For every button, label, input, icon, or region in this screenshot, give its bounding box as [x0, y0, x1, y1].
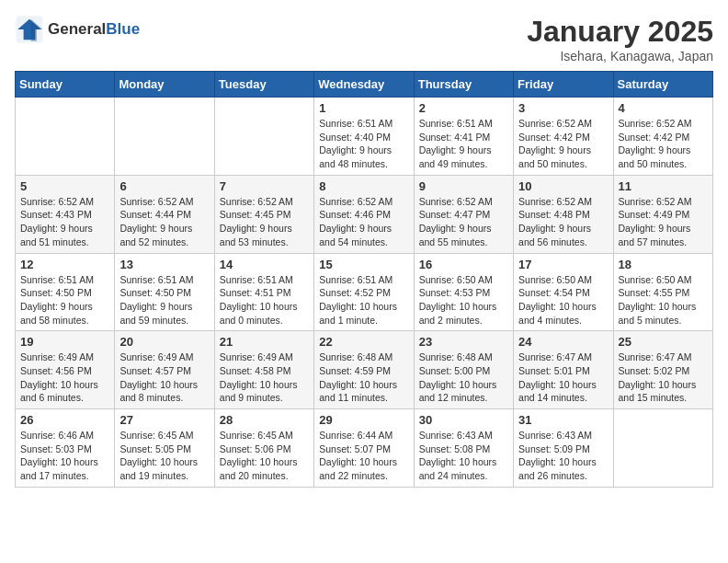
calendar-week-row: 12Sunrise: 6:51 AM Sunset: 4:50 PM Dayli…	[16, 253, 713, 331]
table-row: 21Sunrise: 6:49 AM Sunset: 4:58 PM Dayli…	[214, 331, 313, 409]
table-row: 7Sunrise: 6:52 AM Sunset: 4:45 PM Daylig…	[214, 175, 313, 253]
col-sunday: Sunday	[16, 72, 115, 98]
calendar-week-row: 5Sunrise: 6:52 AM Sunset: 4:43 PM Daylig…	[16, 175, 713, 253]
calendar-title: January 2025	[527, 15, 713, 49]
day-info: Sunrise: 6:50 AM Sunset: 4:54 PM Dayligh…	[518, 273, 608, 327]
logo-text: GeneralBlue	[48, 20, 140, 39]
table-row: 30Sunrise: 6:43 AM Sunset: 5:08 PM Dayli…	[414, 409, 513, 488]
table-row: 23Sunrise: 6:48 AM Sunset: 5:00 PM Dayli…	[414, 331, 513, 409]
table-row: 24Sunrise: 6:47 AM Sunset: 5:01 PM Dayli…	[514, 331, 613, 409]
table-row: 10Sunrise: 6:52 AM Sunset: 4:48 PM Dayli…	[514, 175, 613, 253]
table-row: 22Sunrise: 6:48 AM Sunset: 4:59 PM Dayli…	[314, 331, 414, 409]
day-info: Sunrise: 6:52 AM Sunset: 4:49 PM Dayligh…	[619, 195, 708, 249]
day-number: 24	[518, 335, 608, 349]
day-info: Sunrise: 6:44 AM Sunset: 5:07 PM Dayligh…	[319, 429, 408, 483]
title-block: January 2025 Isehara, Kanagawa, Japan	[527, 15, 713, 63]
table-row	[613, 409, 712, 488]
table-row: 3Sunrise: 6:52 AM Sunset: 4:42 PM Daylig…	[514, 98, 613, 176]
day-number: 30	[419, 413, 508, 427]
table-row	[16, 98, 115, 176]
day-info: Sunrise: 6:52 AM Sunset: 4:48 PM Dayligh…	[518, 195, 608, 249]
day-info: Sunrise: 6:49 AM Sunset: 4:57 PM Dayligh…	[119, 350, 209, 405]
table-row: 4Sunrise: 6:52 AM Sunset: 4:42 PM Daylig…	[613, 98, 712, 176]
col-wednesday: Wednesday	[314, 72, 414, 98]
day-number: 9	[419, 179, 508, 193]
table-row: 26Sunrise: 6:46 AM Sunset: 5:03 PM Dayli…	[16, 409, 115, 488]
day-number: 21	[220, 335, 309, 349]
table-row	[115, 98, 214, 176]
day-info: Sunrise: 6:51 AM Sunset: 4:50 PM Dayligh…	[20, 273, 109, 327]
day-number: 14	[220, 258, 309, 271]
day-number: 18	[619, 258, 708, 271]
day-number: 13	[119, 258, 209, 271]
day-info: Sunrise: 6:45 AM Sunset: 5:06 PM Dayligh…	[220, 429, 309, 483]
table-row: 20Sunrise: 6:49 AM Sunset: 4:57 PM Dayli…	[115, 331, 214, 409]
table-row: 15Sunrise: 6:51 AM Sunset: 4:52 PM Dayli…	[314, 253, 414, 331]
day-info: Sunrise: 6:47 AM Sunset: 5:02 PM Dayligh…	[619, 350, 708, 405]
table-row: 17Sunrise: 6:50 AM Sunset: 4:54 PM Dayli…	[514, 253, 613, 331]
day-info: Sunrise: 6:49 AM Sunset: 4:56 PM Dayligh…	[20, 350, 109, 405]
day-info: Sunrise: 6:52 AM Sunset: 4:45 PM Dayligh…	[220, 195, 309, 249]
table-row: 18Sunrise: 6:50 AM Sunset: 4:55 PM Dayli…	[613, 253, 712, 331]
calendar-table: Sunday Monday Tuesday Wednesday Thursday…	[15, 71, 713, 488]
day-number: 16	[419, 258, 508, 271]
table-row: 14Sunrise: 6:51 AM Sunset: 4:51 PM Dayli…	[214, 253, 313, 331]
day-number: 4	[619, 101, 708, 115]
table-row: 28Sunrise: 6:45 AM Sunset: 5:06 PM Dayli…	[214, 409, 313, 488]
col-tuesday: Tuesday	[214, 72, 313, 98]
table-row: 1Sunrise: 6:51 AM Sunset: 4:40 PM Daylig…	[314, 98, 414, 176]
table-row: 12Sunrise: 6:51 AM Sunset: 4:50 PM Dayli…	[16, 253, 115, 331]
day-number: 10	[518, 179, 608, 193]
day-info: Sunrise: 6:51 AM Sunset: 4:41 PM Dayligh…	[419, 117, 508, 171]
day-info: Sunrise: 6:51 AM Sunset: 4:40 PM Dayligh…	[319, 117, 408, 171]
day-number: 25	[619, 335, 708, 349]
day-number: 1	[319, 101, 408, 115]
day-number: 29	[319, 413, 408, 427]
day-number: 28	[220, 413, 309, 427]
day-number: 12	[20, 258, 109, 271]
table-row: 8Sunrise: 6:52 AM Sunset: 4:46 PM Daylig…	[314, 175, 414, 253]
day-number: 23	[419, 335, 508, 349]
day-number: 11	[619, 179, 708, 193]
day-number: 27	[119, 413, 209, 427]
logo-general: General	[48, 20, 106, 38]
logo-icon	[15, 15, 44, 44]
calendar-week-row: 19Sunrise: 6:49 AM Sunset: 4:56 PM Dayli…	[16, 331, 713, 409]
calendar-subtitle: Isehara, Kanagawa, Japan	[527, 49, 713, 63]
day-info: Sunrise: 6:43 AM Sunset: 5:08 PM Dayligh…	[419, 429, 508, 483]
table-row: 27Sunrise: 6:45 AM Sunset: 5:05 PM Dayli…	[115, 409, 214, 488]
table-row: 9Sunrise: 6:52 AM Sunset: 4:47 PM Daylig…	[414, 175, 513, 253]
day-number: 17	[518, 258, 608, 271]
table-row: 31Sunrise: 6:43 AM Sunset: 5:09 PM Dayli…	[514, 409, 613, 488]
calendar-header-row: Sunday Monday Tuesday Wednesday Thursday…	[16, 72, 713, 98]
day-info: Sunrise: 6:52 AM Sunset: 4:43 PM Dayligh…	[20, 195, 109, 249]
day-info: Sunrise: 6:52 AM Sunset: 4:47 PM Dayligh…	[419, 195, 508, 249]
day-number: 2	[419, 101, 508, 115]
table-row: 11Sunrise: 6:52 AM Sunset: 4:49 PM Dayli…	[613, 175, 712, 253]
day-number: 3	[518, 101, 608, 115]
day-info: Sunrise: 6:46 AM Sunset: 5:03 PM Dayligh…	[20, 429, 109, 483]
table-row: 5Sunrise: 6:52 AM Sunset: 4:43 PM Daylig…	[16, 175, 115, 253]
day-info: Sunrise: 6:51 AM Sunset: 4:51 PM Dayligh…	[220, 273, 309, 327]
table-row: 6Sunrise: 6:52 AM Sunset: 4:44 PM Daylig…	[115, 175, 214, 253]
day-number: 15	[319, 258, 408, 271]
col-thursday: Thursday	[414, 72, 513, 98]
day-number: 6	[119, 179, 209, 193]
day-number: 5	[20, 179, 109, 193]
day-number: 26	[20, 413, 109, 427]
calendar-week-row: 1Sunrise: 6:51 AM Sunset: 4:40 PM Daylig…	[16, 98, 713, 176]
table-row: 13Sunrise: 6:51 AM Sunset: 4:50 PM Dayli…	[115, 253, 214, 331]
day-info: Sunrise: 6:50 AM Sunset: 4:53 PM Dayligh…	[419, 273, 508, 327]
col-friday: Friday	[514, 72, 613, 98]
table-row: 16Sunrise: 6:50 AM Sunset: 4:53 PM Dayli…	[414, 253, 513, 331]
day-info: Sunrise: 6:51 AM Sunset: 4:52 PM Dayligh…	[319, 273, 408, 327]
day-info: Sunrise: 6:50 AM Sunset: 4:55 PM Dayligh…	[619, 273, 708, 327]
day-info: Sunrise: 6:49 AM Sunset: 4:58 PM Dayligh…	[220, 350, 309, 405]
day-info: Sunrise: 6:45 AM Sunset: 5:05 PM Dayligh…	[119, 429, 209, 483]
day-number: 19	[20, 335, 109, 349]
day-number: 22	[319, 335, 408, 349]
page-header: GeneralBlue January 2025 Isehara, Kanaga…	[15, 15, 713, 63]
table-row: 2Sunrise: 6:51 AM Sunset: 4:41 PM Daylig…	[414, 98, 513, 176]
day-number: 31	[518, 413, 608, 427]
day-number: 7	[220, 179, 309, 193]
